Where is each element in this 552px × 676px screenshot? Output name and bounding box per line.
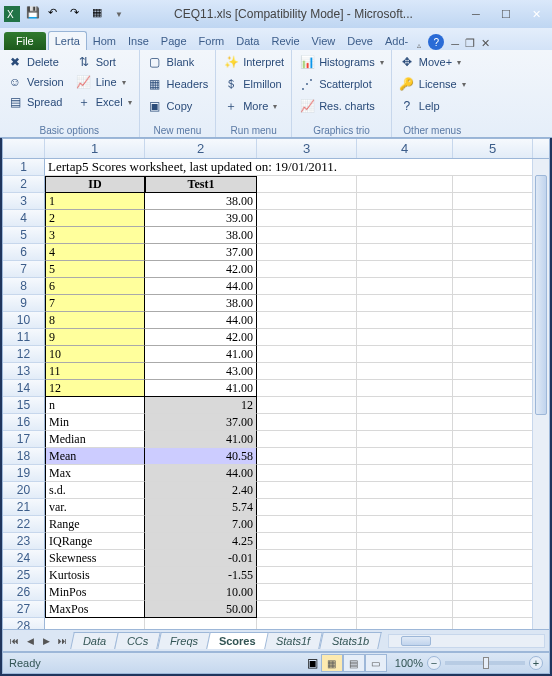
value-cell[interactable]: 43.00 — [145, 363, 257, 380]
row-header[interactable]: 13 — [3, 363, 45, 380]
maximize-button[interactable]: ☐ — [494, 5, 518, 23]
value-cell[interactable]: 39.00 — [145, 210, 257, 227]
stat-value[interactable]: 40.58 — [145, 448, 257, 465]
zoom-level[interactable]: 100% — [395, 657, 423, 669]
row-header[interactable]: 21 — [3, 499, 45, 516]
tab-nav-prev[interactable]: ◀ — [23, 633, 37, 649]
row-header[interactable]: 10 — [3, 312, 45, 329]
macro-record-icon[interactable]: ▣ — [305, 655, 321, 671]
id-cell[interactable]: 4 — [45, 244, 145, 261]
tab-home[interactable]: Hom — [87, 32, 122, 50]
version-button[interactable]: ☺Version — [4, 72, 67, 92]
value-cell[interactable]: 38.00 — [145, 227, 257, 244]
id-cell[interactable]: 5 — [45, 261, 145, 278]
row-header[interactable]: 14 — [3, 380, 45, 397]
stat-label[interactable]: Range — [45, 516, 145, 533]
tab-developer[interactable]: Deve — [341, 32, 379, 50]
tab-data[interactable]: Data — [230, 32, 265, 50]
undo-icon[interactable]: ↶ — [48, 6, 64, 22]
license-button[interactable]: 🔑License▾ — [396, 74, 469, 94]
zoom-out-button[interactable]: − — [427, 656, 441, 670]
row-header[interactable]: 7 — [3, 261, 45, 278]
spread-button[interactable]: ▤Spread — [4, 92, 67, 112]
tab-insert[interactable]: Inse — [122, 32, 155, 50]
tab-lertap[interactable]: Lerta — [48, 31, 87, 50]
stat-label[interactable]: Skewness — [45, 550, 145, 567]
row-header[interactable]: 1 — [3, 159, 45, 176]
value-cell[interactable]: 41.00 — [145, 346, 257, 363]
tab-addins[interactable]: Add- — [379, 32, 414, 50]
id-cell[interactable]: 2 — [45, 210, 145, 227]
stat-label[interactable]: MinPos — [45, 584, 145, 601]
row-header[interactable]: 17 — [3, 431, 45, 448]
row-header[interactable]: 2 — [3, 176, 45, 193]
stat-value[interactable]: 41.00 — [145, 431, 257, 448]
col-header-3[interactable]: 3 — [257, 139, 357, 158]
qat-icon-1[interactable]: ▦ — [92, 6, 108, 22]
value-cell[interactable]: 38.00 — [145, 295, 257, 312]
minimize-button[interactable]: ─ — [464, 5, 488, 23]
scroll-thumb[interactable] — [401, 636, 431, 646]
stat-value[interactable]: -0.01 — [145, 550, 257, 567]
id-cell[interactable]: 9 — [45, 329, 145, 346]
row-header[interactable]: 11 — [3, 329, 45, 346]
sheet-tab-ccs[interactable]: CCs — [114, 632, 161, 649]
row-header[interactable]: 25 — [3, 567, 45, 584]
move-button[interactable]: ✥Move+▾ — [396, 52, 469, 72]
histograms-button[interactable]: 📊Histograms▾ — [296, 52, 387, 72]
qat-dropdown-icon[interactable]: ▼ — [115, 10, 123, 19]
stat-label[interactable]: n — [45, 397, 145, 414]
horizontal-scrollbar[interactable] — [388, 634, 545, 648]
doc-minimize-icon[interactable]: ─ — [451, 38, 459, 50]
row-header[interactable]: 22 — [3, 516, 45, 533]
header-id[interactable]: ID — [45, 176, 145, 193]
stat-label[interactable]: Mean — [45, 448, 145, 465]
worksheet-title[interactable]: Lertap5 Scores worksheet, last updated o… — [45, 159, 533, 176]
sheet-tab-scores[interactable]: Scores — [206, 632, 268, 649]
redo-icon[interactable]: ↷ — [70, 6, 86, 22]
stat-label[interactable]: var. — [45, 499, 145, 516]
row-header[interactable]: 15 — [3, 397, 45, 414]
stat-label[interactable]: Median — [45, 431, 145, 448]
stat-label[interactable]: MaxPos — [45, 601, 145, 618]
sheet-tab-freqs[interactable]: Freqs — [157, 632, 211, 649]
row-header[interactable]: 23 — [3, 533, 45, 550]
elmillon-button[interactable]: ＄Elmillon — [220, 74, 287, 94]
id-cell[interactable]: 7 — [45, 295, 145, 312]
help-icon[interactable]: ? — [428, 34, 444, 50]
stat-value[interactable]: 44.00 — [145, 465, 257, 482]
blank-button[interactable]: ▢Blank — [144, 52, 212, 72]
value-cell[interactable]: 44.00 — [145, 312, 257, 329]
id-cell[interactable]: 10 — [45, 346, 145, 363]
stat-label[interactable]: Kurtosis — [45, 567, 145, 584]
row-header[interactable]: 18 — [3, 448, 45, 465]
row-header[interactable]: 16 — [3, 414, 45, 431]
tab-review[interactable]: Revie — [265, 32, 305, 50]
save-icon[interactable]: 💾 — [26, 6, 42, 22]
sort-button[interactable]: ⇅Sort — [73, 52, 135, 72]
row-header[interactable]: 24 — [3, 550, 45, 567]
zoom-in-button[interactable]: + — [529, 656, 543, 670]
stat-label[interactable]: Min — [45, 414, 145, 431]
line-button[interactable]: 📈Line▾ — [73, 72, 135, 92]
tab-page[interactable]: Page — [155, 32, 193, 50]
stat-value[interactable]: 37.00 — [145, 414, 257, 431]
header-test1[interactable]: Test1 — [145, 176, 257, 193]
row-header[interactable]: 26 — [3, 584, 45, 601]
close-button[interactable]: ✕ — [524, 5, 548, 23]
page-break-button[interactable]: ▭ — [365, 654, 387, 672]
id-cell[interactable]: 3 — [45, 227, 145, 244]
stat-value[interactable]: 7.00 — [145, 516, 257, 533]
lelp-button[interactable]: ?Lelp — [396, 96, 469, 116]
row-header[interactable]: 5 — [3, 227, 45, 244]
page-layout-button[interactable]: ▤ — [343, 654, 365, 672]
col-header-4[interactable]: 4 — [357, 139, 453, 158]
value-cell[interactable]: 38.00 — [145, 193, 257, 210]
copy-button[interactable]: ▣Copy — [144, 96, 212, 116]
minimize-ribbon-icon[interactable]: ▵ — [417, 41, 421, 50]
tab-formulas[interactable]: Form — [193, 32, 231, 50]
vertical-scrollbar[interactable] — [532, 159, 549, 629]
doc-close-icon[interactable]: ✕ — [481, 37, 490, 50]
row-header[interactable]: 19 — [3, 465, 45, 482]
scroll-thumb[interactable] — [535, 175, 547, 415]
